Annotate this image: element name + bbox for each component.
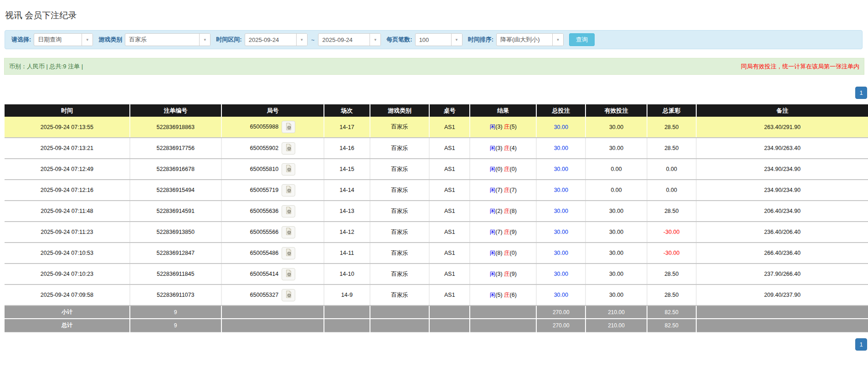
date-from-select[interactable]: 2025-09-24 ▾ xyxy=(245,33,308,46)
footer-empty-cell xyxy=(324,305,370,319)
summary-row: 总计9270.00210.0082.50 xyxy=(5,319,868,332)
total-bet-link[interactable]: 30.00 xyxy=(554,166,568,172)
cell-valid-bet: 30.00 xyxy=(586,264,647,284)
total-bet-link[interactable]: 30.00 xyxy=(554,229,568,235)
cell-total-bet: 30.00 xyxy=(536,180,586,201)
cell-table-no: AS1 xyxy=(429,117,470,138)
cell-remark: 234.90/263.40 xyxy=(696,138,868,159)
footer-valid-bet: 210.00 xyxy=(586,305,647,319)
result-banker-score: (8) xyxy=(510,208,517,214)
cell-session: 14-11 xyxy=(324,243,370,264)
footer-empty-cell xyxy=(470,319,536,332)
cell-table-no: AS1 xyxy=(429,180,470,201)
result-player-score: (7) xyxy=(495,229,502,235)
video-replay-button[interactable] xyxy=(282,142,295,155)
time-sort-select[interactable]: 降幂(由大到小) ▾ xyxy=(496,33,564,46)
query-type-value: 日期查询 xyxy=(34,34,82,46)
page-size-select[interactable]: 100 ▾ xyxy=(415,33,462,46)
cell-payout: -30.00 xyxy=(647,222,696,243)
round-no-text: 650055566 xyxy=(250,228,279,235)
cell-session: 14-12 xyxy=(324,222,370,243)
page-size-value: 100 xyxy=(416,34,451,46)
cell-game-type: 百家乐 xyxy=(370,243,430,264)
cell-total-bet: 30.00 xyxy=(536,284,586,305)
result-banker-score: (0) xyxy=(510,250,517,256)
query-type-select[interactable]: 日期查询 ▾ xyxy=(34,33,93,46)
filter-bar: 请选择: 日期查询 ▾ 游戏类别 百家乐 ▾ 时间区间: 2025-09-24 … xyxy=(5,30,863,49)
cell-round-no: 650055988 xyxy=(221,117,324,138)
cell-bet-no: 522836913850 xyxy=(130,222,221,243)
cell-payout: 28.50 xyxy=(647,201,696,222)
footer-empty-cell xyxy=(696,319,868,332)
video-replay-button[interactable] xyxy=(282,226,295,238)
result-player-label: 闲 xyxy=(490,229,496,235)
cell-result: 闲(5) 庄(6) xyxy=(470,284,536,305)
total-bet-link[interactable]: 30.00 xyxy=(554,145,568,151)
chevron-down-icon: ▾ xyxy=(82,34,92,46)
result-banker-score: (9) xyxy=(510,229,517,235)
cell-remark: 237.90/266.40 xyxy=(696,264,868,284)
cell-round-no: 650055566 xyxy=(221,222,324,243)
cell-time: 2025-09-24 07:12:49 xyxy=(5,159,130,180)
video-replay-button[interactable] xyxy=(282,163,295,176)
total-bet-link[interactable]: 30.00 xyxy=(554,124,568,130)
range-separator: ~ xyxy=(311,36,315,43)
column-header: 结果 xyxy=(470,104,536,117)
result-player-label: 闲 xyxy=(490,271,496,277)
result-banker-score: (9) xyxy=(510,271,517,277)
cell-game-type: 百家乐 xyxy=(370,138,430,159)
chevron-down-icon: ▾ xyxy=(451,34,462,46)
cell-round-no: 650055327 xyxy=(221,284,324,305)
footer-valid-bet: 210.00 xyxy=(586,319,647,332)
video-replay-button[interactable] xyxy=(282,289,295,301)
search-button[interactable]: 查询 xyxy=(569,33,595,46)
result-player-label: 闲 xyxy=(490,250,496,256)
round-no-text: 650055636 xyxy=(250,207,279,214)
cell-result: 闲(7) 庄(7) xyxy=(470,180,536,201)
round-no-text: 650055719 xyxy=(250,186,279,193)
cell-round-no: 650055902 xyxy=(221,138,324,159)
cell-valid-bet: 30.00 xyxy=(586,284,647,305)
video-replay-button[interactable] xyxy=(282,121,295,133)
result-banker-score: (4) xyxy=(510,145,517,151)
cell-session: 14-15 xyxy=(324,159,370,180)
video-replay-button[interactable] xyxy=(282,184,295,196)
footer-empty-cell xyxy=(370,319,430,332)
total-bet-link[interactable]: 30.00 xyxy=(554,250,568,256)
cell-time: 2025-09-24 07:13:55 xyxy=(5,117,130,138)
video-replay-button[interactable] xyxy=(282,247,295,259)
footer-count: 9 xyxy=(130,319,221,332)
video-replay-button[interactable] xyxy=(282,268,295,280)
chevron-down-icon: ▾ xyxy=(296,34,307,46)
cell-time: 2025-09-24 07:12:16 xyxy=(5,180,130,201)
query-type-label: 请选择: xyxy=(11,36,31,44)
game-type-select[interactable]: 百家乐 ▾ xyxy=(125,33,211,46)
result-banker-label: 庄 xyxy=(504,292,510,298)
result-banker-label: 庄 xyxy=(504,208,510,214)
date-to-select[interactable]: 2025-09-24 ▾ xyxy=(318,33,381,46)
result-player-label: 闲 xyxy=(490,292,496,298)
cell-total-bet: 30.00 xyxy=(536,117,586,138)
pagination-page-1-bottom[interactable]: 1 xyxy=(855,338,867,351)
cell-round-no: 650055486 xyxy=(221,243,324,264)
result-banker-label: 庄 xyxy=(504,124,510,130)
cell-time: 2025-09-24 07:13:21 xyxy=(5,138,130,159)
bet-record-row: 2025-09-24 07:11:48522836914591650055636… xyxy=(5,201,868,222)
cell-result: 闲(3) 庄(9) xyxy=(470,264,536,284)
cell-valid-bet: 0.00 xyxy=(586,180,647,201)
cell-payout: 28.50 xyxy=(647,264,696,284)
total-bet-link[interactable]: 30.00 xyxy=(554,208,568,214)
cell-total-bet: 30.00 xyxy=(536,243,586,264)
currency-total-info: 币别：人民币 | 总共:9 注单 | xyxy=(9,62,83,71)
video-replay-button[interactable] xyxy=(282,205,295,217)
round-no-text: 650055414 xyxy=(250,270,279,277)
total-bet-link[interactable]: 30.00 xyxy=(554,187,568,193)
result-player-score: (2) xyxy=(495,208,502,214)
result-player-score: (0) xyxy=(495,166,502,172)
pagination-page-1-top[interactable]: 1 xyxy=(855,87,867,99)
cell-remark: 209.40/237.90 xyxy=(696,284,868,305)
total-bet-link[interactable]: 30.00 xyxy=(554,292,568,298)
total-bet-link[interactable]: 30.00 xyxy=(554,271,568,277)
cell-remark: 234.90/234.90 xyxy=(696,159,868,180)
bet-records-table-wrap: 时间注单编号局号场次游戏类别桌号结果总投注有效投注总派彩备注 2025-09-2… xyxy=(5,104,868,332)
